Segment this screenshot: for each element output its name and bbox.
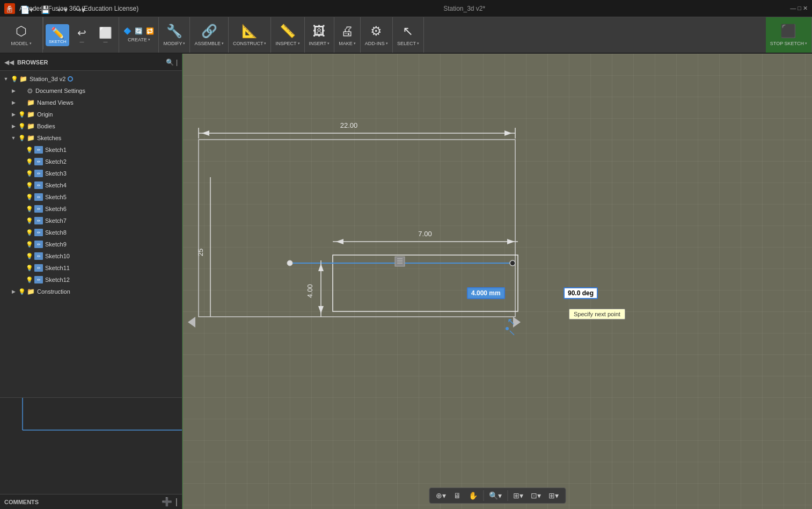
tree-item-sketch7[interactable]: 💡 ✏ Sketch7: [0, 215, 182, 227]
sketch-btn[interactable]: ✏️ SKETCH: [46, 24, 69, 46]
root-label: Station_3d v2: [30, 76, 65, 82]
pan-btn[interactable]: ✋: [466, 490, 480, 501]
select-icon: ↖: [403, 24, 413, 39]
tree-item-sketch9[interactable]: 💡 ✏ Sketch9: [0, 238, 182, 250]
snap-btn[interactable]: ⊞▾: [546, 490, 561, 501]
tree-item-named-views[interactable]: ▶ 📁 Named Views: [0, 97, 182, 108]
construct-label: CONSTRUCT: [233, 41, 264, 46]
root-expand-btn[interactable]: ▼: [2, 75, 10, 83]
tree-item-sketch1[interactable]: 💡 ✏ Sketch1: [0, 144, 182, 156]
assemble-menu[interactable]: 🔗 ASSEMBLE ▾: [190, 17, 229, 53]
comments-bar: COMMENTS ➕ |: [0, 494, 182, 509]
tree-item-sketch4[interactable]: 💡 ✏ Sketch4: [0, 179, 182, 191]
named-views-expand[interactable]: ▶: [10, 99, 17, 106]
tree-root[interactable]: ▼ 💡 📁 Station_3d v2: [0, 73, 182, 85]
sketch3-eye[interactable]: 💡: [26, 170, 33, 177]
add-comment-btn[interactable]: ➕: [162, 497, 172, 507]
canvas-area[interactable]: 22.00 25 7.00 4.00: [182, 54, 812, 509]
origin-label: Origin: [37, 111, 53, 118]
create-menu[interactable]: 🔷 🔄 🔁 CREATE ▾: [119, 17, 159, 53]
sketches-folder: 📁: [27, 134, 35, 142]
sketch10-icon: ✏: [34, 252, 43, 260]
collapse-sidebar-btn[interactable]: ◀◀: [4, 59, 14, 66]
select-label: SELECT: [397, 41, 416, 46]
tree-item-construction[interactable]: ▶ 💡 📁 Construction: [0, 286, 182, 297]
sketch-viewport: 22.00 25 7.00 4.00: [182, 54, 812, 509]
display-settings-btn[interactable]: ⊞▾: [511, 490, 525, 501]
model-menu[interactable]: ⬡ MODEL ▾: [0, 17, 43, 53]
tree-item-document-settings[interactable]: ▶ ⚙ Document Settings: [0, 85, 182, 97]
sketch10-eye[interactable]: 💡: [26, 253, 33, 260]
construction-expand[interactable]: ▶: [10, 288, 17, 295]
doc-settings-expand[interactable]: ▶: [10, 87, 17, 94]
origin-eye[interactable]: 💡: [18, 111, 26, 118]
dimension-input-mm[interactable]: 4.000 mm: [467, 287, 505, 299]
browser-settings-icon[interactable]: |: [176, 59, 178, 66]
sketch6-icon: ✏: [34, 205, 43, 213]
sketch7-eye[interactable]: 💡: [26, 217, 33, 224]
insert-menu[interactable]: 🖼 INSERT ▾: [305, 17, 335, 53]
sketch5-eye[interactable]: 💡: [26, 194, 33, 201]
make-icon: 🖨: [341, 24, 354, 39]
sketch11-eye[interactable]: 💡: [26, 265, 33, 272]
sketch6-eye[interactable]: 💡: [26, 206, 33, 213]
bodies-eye[interactable]: 💡: [18, 123, 26, 130]
sketch9-eye[interactable]: 💡: [26, 241, 33, 248]
make-menu[interactable]: 🖨 MAKE ▾: [334, 17, 361, 53]
create2d-btn[interactable]: ↩ —: [70, 24, 93, 46]
create3d-btn[interactable]: ⬜ —: [94, 24, 116, 46]
root-eye-icon[interactable]: 💡: [11, 76, 18, 83]
orbit-btn[interactable]: ⊕▾: [434, 490, 448, 501]
make-label: MAKE: [339, 41, 353, 46]
save-btn[interactable]: 💾: [39, 4, 52, 15]
redo-btn[interactable]: ↪▾: [73, 4, 87, 15]
sketch1-eye[interactable]: 💡: [26, 147, 33, 154]
sketch3-icon: ✏: [34, 170, 43, 177]
tree-item-origin[interactable]: ▶ 💡 📁 Origin: [0, 108, 182, 120]
stop-sketch-btn[interactable]: ⬛ STOP SKETCH ▾: [766, 17, 812, 53]
construct-menu[interactable]: 📐 CONSTRUCT ▾: [229, 17, 272, 53]
sketches-eye[interactable]: 💡: [18, 135, 26, 142]
sketch8-eye[interactable]: 💡: [26, 229, 33, 236]
tree-item-sketch6[interactable]: 💡 ✏ Sketch6: [0, 203, 182, 215]
construction-eye[interactable]: 💡: [18, 288, 26, 295]
stop-sketch-label: STOP SKETCH: [770, 41, 804, 46]
dimension-input-angle[interactable]: 90.0 deg: [564, 287, 598, 299]
sketch5-label: Sketch5: [45, 194, 67, 200]
app-menu-btn[interactable]: ⊞: [4, 4, 15, 15]
svg-text:25: 25: [196, 249, 204, 256]
tree-item-sketch2[interactable]: 💡 ✏ Sketch2: [0, 156, 182, 168]
bodies-expand[interactable]: ▶: [10, 122, 17, 130]
modify-menu[interactable]: 🔧 MODIFY ▾: [159, 17, 190, 53]
sketch7-label: Sketch7: [45, 217, 67, 224]
sketches-expand[interactable]: ▼: [10, 134, 17, 142]
grid-btn[interactable]: ⊡▾: [529, 490, 543, 501]
tree-item-sketch12[interactable]: 💡 ✏ Sketch12: [0, 274, 182, 286]
sketch1-label: Sketch1: [45, 147, 67, 153]
sketch12-eye[interactable]: 💡: [26, 277, 33, 283]
tree-item-bodies[interactable]: ▶ 💡 📁 Bodies: [0, 120, 182, 132]
inspect-menu[interactable]: 📏 INSPECT ▾: [271, 17, 304, 53]
origin-expand[interactable]: ▶: [10, 111, 17, 118]
undo-btn[interactable]: ↩▾: [55, 4, 70, 15]
comments-expand-btn[interactable]: |: [175, 497, 178, 507]
tree-item-sketch3[interactable]: 💡 ✏ Sketch3: [0, 168, 182, 179]
svg-point-31: [506, 327, 509, 330]
tree-item-sketch11[interactable]: 💡 ✏ Sketch11: [0, 262, 182, 274]
sketch4-eye[interactable]: 💡: [26, 182, 33, 189]
construction-folder: 📁: [27, 288, 35, 295]
tree-item-sketch8[interactable]: 💡 ✏ Sketch8: [0, 227, 182, 238]
sketch-group: ✏️ SKETCH ↩ — ⬜ —: [43, 17, 119, 53]
new-btn[interactable]: 📄▾: [18, 4, 35, 15]
zoom-btn[interactable]: 🔍▾: [487, 490, 504, 501]
browser-search-icon[interactable]: 🔍: [166, 59, 174, 66]
select-menu[interactable]: ↖ SELECT ▾: [393, 17, 424, 53]
bodies-folder: 📁: [27, 122, 35, 130]
tree-item-sketches[interactable]: ▼ 💡 📁 Sketches: [0, 132, 182, 144]
addins-menu[interactable]: ⚙ ADD-INS ▾: [361, 17, 393, 53]
tree-item-sketch10[interactable]: 💡 ✏ Sketch10: [0, 250, 182, 262]
look-at-btn[interactable]: 🖥: [451, 490, 463, 501]
tree-item-sketch5[interactable]: 💡 ✏ Sketch5: [0, 191, 182, 203]
origin-folder: 📁: [27, 111, 35, 118]
sketch2-eye[interactable]: 💡: [26, 158, 33, 165]
